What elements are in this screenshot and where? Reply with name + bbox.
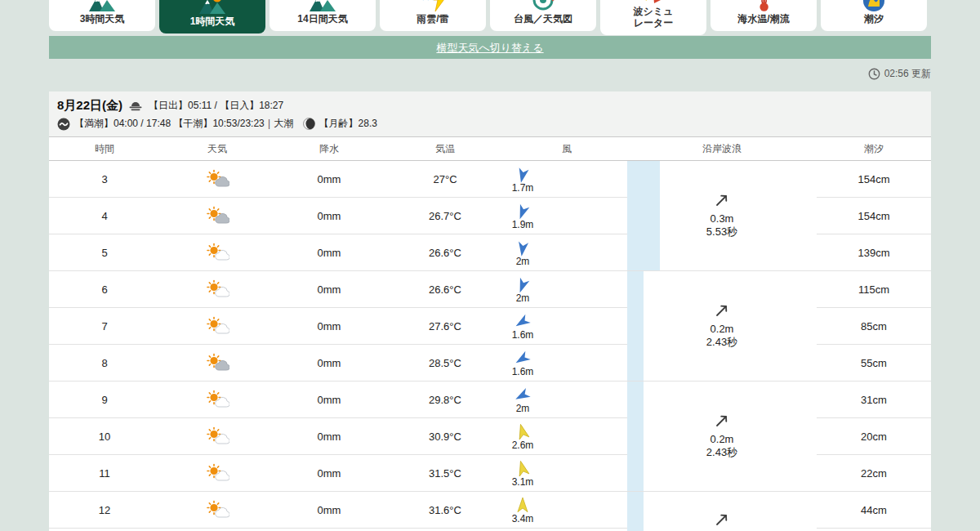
table-header-row: 時間天気降水気温風沿岸波浪潮汐 [49,137,931,161]
hourly-forecast-table: 時間天気降水気温風沿岸波浪潮汐 30mm27°C1.7m0.3m5.53秒154… [49,136,931,531]
wind-cell: 2m [506,271,627,308]
wave-direction-icon [714,413,730,429]
time-cell: 6 [49,271,160,308]
temp-cell: 30.9°C [384,418,506,455]
tide-cell: 115cm [817,271,931,308]
column-header: 潮汐 [817,137,931,161]
wind-direction-icon [514,239,532,257]
weather-nav-tabs: 3時間天気1時間天気14日間天気雨雲/雷台風／天気図波シミュ レーター海水温/潮… [49,0,927,35]
column-header: 気温 [384,137,506,161]
time-cell: 3 [49,161,160,198]
wind-cell: 2m [506,382,627,418]
time-cell: 5 [49,234,160,271]
wind-cell: 1.7m [506,161,627,198]
tab-tide[interactable]: 潮汐 [821,0,927,31]
mountain-weather-icon [309,0,336,13]
wind-cell: 2m [506,234,627,271]
wind-speed: 2m [516,257,530,266]
wind-speed: 1.6m [512,330,534,340]
weather-cell [160,529,274,531]
weather-cell [160,234,274,271]
wave-cell [627,492,817,531]
wind-cell: 3.4m [506,492,627,529]
tab-3hour[interactable]: 3時間天気 [49,0,155,31]
date-header: 8月22日(金) 【日出】05:11 / 【日入】18:27 【満潮】04:00… [49,91,931,136]
temp-cell: 31.4°C [384,529,506,531]
tab-14day[interactable]: 14日間天気 [270,0,376,31]
wave-height-band [627,161,660,270]
hour-row: 120mm31.6°C3.4m44cm [49,492,931,529]
wind-cell: 3.1m [506,455,627,492]
time-cell: 8 [49,345,160,382]
hour-row: 60mm26.6°C2m0.2m2.43秒115cm [49,271,931,308]
sun-white-cloud-icon [205,243,229,261]
tab-label: 雨雲/雷 [416,14,448,25]
wind-cell: 2.6m [506,418,627,455]
temp-cell: 26.6°C [384,271,506,308]
wind-direction-icon [514,166,532,184]
temp-cell: 31.5°C [384,455,506,492]
sun-gray-cloud-icon [205,169,229,187]
switch-layout-banner: 横型天気へ切り替える [49,36,931,59]
wind-cell: 1.6m [506,345,627,382]
time-cell: 7 [49,308,160,345]
time-cell: 10 [49,418,160,455]
update-time: 02:56 更新 [868,67,931,81]
wind-direction-icon [514,313,532,331]
rain-lightning-icon [419,0,447,13]
wind-cell: 1.9m [506,198,627,234]
tab-seatemp[interactable]: 海水温/潮流 [710,0,817,31]
tide-icon [860,0,888,13]
time-cell: 11 [49,455,160,492]
wave-cell: 0.3m5.53秒 [627,161,817,271]
wind-direction-icon [514,497,532,515]
wind-direction-icon [514,276,532,294]
tab-label: 3時間天気 [80,14,125,25]
tide-cell: 154cm [817,198,931,234]
sun-gray-cloud-icon [205,353,229,371]
wave-period: 2.43秒 [706,446,737,458]
precip-cell: 0mm [274,455,384,492]
tab-radar[interactable]: 雨雲/雷 [380,0,486,31]
temp-cell: 29.8°C [384,382,506,418]
wind-speed: 1.7m [512,183,534,193]
column-header: 時間 [49,137,160,161]
tab-typhoon[interactable]: 台風／天気図 [490,0,596,31]
tide-cell: 20cm [817,418,931,455]
tab-label: 潮汐 [864,14,884,25]
time-cell: 9 [49,382,160,418]
switch-layout-link[interactable]: 横型天気へ切り替える [436,42,543,54]
mountain-weather-icon [198,0,226,16]
wave-sim-icon [639,0,667,6]
weather-cell [160,418,274,455]
sun-gray-cloud-icon [205,206,229,224]
wave-direction-icon [714,511,730,528]
wave-height-band [627,382,644,491]
column-header: 降水 [274,137,384,161]
precip-cell: 0mm [274,345,384,382]
mountain-weather-icon [88,0,116,13]
precip-cell: 0mm [274,529,384,531]
tide-cell: 139cm [817,234,931,271]
tab-1hour[interactable]: 1時間天気 [159,0,265,33]
wind-speed: 3.4m [512,514,534,524]
tide-cell: 72cm [817,529,931,531]
time-cell: 12 [49,492,160,529]
wave-height: 0.2m [710,323,734,335]
wave-height: 0.3m [710,212,734,225]
wind-cell: 1.6m [506,308,627,345]
sun-white-cloud-icon [205,390,229,408]
precip-cell: 0mm [274,308,384,345]
forecast-card: 8月22日(金) 【日出】05:11 / 【日入】18:27 【満潮】04:00… [49,91,931,531]
weather-cell [160,382,274,418]
tide-cell: 154cm [817,161,931,198]
sun-white-cloud-icon [205,316,229,334]
weather-cell [160,455,274,492]
tide-cell: 22cm [817,455,931,492]
precip-cell: 0mm [274,382,384,418]
weather-page: 3時間天気1時間天気14日間天気雨雲/雷台風／天気図波シミュ レーター海水温/潮… [0,0,980,531]
weather-cell [160,161,274,198]
hour-row: 30mm27°C1.7m0.3m5.53秒154cm [49,161,931,198]
sunrise-sunset-info: 【日出】05:11 / 【日入】18:27 [149,99,283,113]
tab-wavesim[interactable]: 波シミュ レーター [600,0,706,35]
